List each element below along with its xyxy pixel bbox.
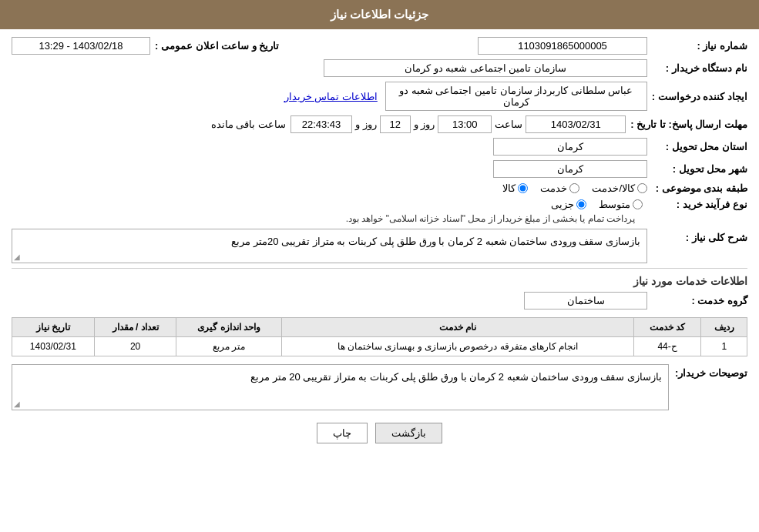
need-number-row: شماره نیاز : 1103091865000005 تاریخ و سا…	[12, 37, 747, 55]
category-kala-khadamat-radio[interactable]	[637, 183, 647, 193]
city-value: کرمان	[493, 160, 647, 178]
buyer-notes-section: توصیحات خریدار: بازسازی سقف ورودی ساختما…	[12, 364, 747, 410]
col-unit: واحد اندازه گیری	[176, 318, 282, 337]
category-khadamat[interactable]: خدمت	[540, 182, 579, 194]
col-row-num: ردیف	[701, 318, 747, 337]
services-section: ردیف کد خدمت نام خدمت واحد اندازه گیری ت…	[12, 317, 747, 356]
time-label-static: ساعت	[495, 119, 522, 130]
need-description-row: شرح کلی نیاز : بازسازی سقف ورودی ساختمان…	[12, 229, 747, 263]
need-description-value: بازسازی سقف ورودی ساختمان شعبه 2 کرمان ب…	[231, 236, 640, 247]
main-content: شماره نیاز : 1103091865000005 تاریخ و سا…	[0, 29, 759, 459]
col-service-name: نام خدمت	[282, 318, 634, 337]
purchase-type-label: نوع فرآیند خرید :	[647, 199, 747, 210]
days-label: روز و	[414, 119, 435, 130]
page-container: جزئیات اطلاعات نیاز شماره نیاز : 1103091…	[0, 0, 759, 532]
announce-date-value: 1403/02/18 - 13:29	[12, 37, 150, 55]
city-label: شهر محل تحویل :	[647, 163, 747, 175]
city-row: شهر محل تحویل : کرمان	[12, 160, 747, 178]
category-row: طبقه بندی موضوعی : کالا/خدمت خدمت کالا	[12, 182, 747, 194]
remaining-label: ساعت باقی مانده	[211, 119, 286, 130]
announce-date-label: تاریخ و ساعت اعلان عمومی :	[155, 40, 279, 52]
service-group-label: گروه خدمت :	[647, 295, 747, 306]
page-header: جزئیات اطلاعات نیاز	[0, 0, 759, 29]
purchase-jozee-radio[interactable]	[576, 199, 586, 209]
need-number-value: 1103091865000005	[478, 37, 647, 55]
category-kala-radio[interactable]	[518, 183, 528, 193]
need-date: 1403/02/31	[12, 337, 95, 356]
deadline-days: 12	[380, 115, 411, 133]
unit: متر مربع	[176, 337, 282, 356]
services-table-body: 1 ح-44 انجام کارهای متفرقه درخصوص بازساز…	[12, 337, 747, 356]
service-code: ح-44	[633, 337, 701, 356]
services-section-title: اطلاعات خدمات مورد نیاز	[12, 268, 747, 287]
purchase-mottavaset-label: متوسط	[599, 199, 630, 210]
notes-layout: توصیحات خریدار: بازسازی سقف ورودی ساختما…	[12, 364, 747, 410]
page-title: جزئیات اطلاعات نیاز	[331, 8, 428, 21]
col-service-code: کد خدمت	[633, 318, 701, 337]
buttons-row: بازگشت چاپ	[12, 423, 747, 443]
category-radio-group: کالا/خدمت خدمت کالا	[502, 182, 647, 194]
deadline-row: مهلت ارسال پاسخ: تا تاریخ : 1403/02/31 س…	[12, 115, 747, 133]
category-kala-khadamat-label: کالا/خدمت	[592, 182, 635, 194]
creator-value: عباس سلطانی کاربرداز سازمان تامین اجتماع…	[385, 82, 647, 111]
col-quantity: تعداد / مقدار	[94, 318, 176, 337]
service-group-value: ساختمان	[524, 292, 647, 309]
purchase-jozee-label: جزیی	[551, 199, 574, 210]
purchase-mottavaset-radio[interactable]	[633, 199, 643, 209]
row-num: 1	[701, 337, 747, 356]
services-table-header: ردیف کد خدمت نام خدمت واحد اندازه گیری ت…	[12, 318, 747, 337]
category-kala-label: کالا	[502, 182, 516, 194]
deadline-remaining: 22:43:43	[291, 115, 352, 133]
deadline-time: 13:00	[438, 115, 492, 133]
buyer-org-row: نام دستگاه خریدار : سازمان تامین اجتماعی…	[12, 59, 747, 77]
need-description-box: بازسازی سقف ورودی ساختمان شعبه 2 کرمان ب…	[12, 229, 647, 263]
province-row: استان محل تحویل : کرمان	[12, 138, 747, 156]
creator-label: ایجاد کننده درخواست :	[647, 91, 747, 102]
province-label: استان محل تحویل :	[647, 141, 747, 152]
purchase-mottavaset[interactable]: متوسط	[599, 199, 643, 210]
quantity: 20	[94, 337, 176, 356]
service-group-row: گروه خدمت : ساختمان	[12, 292, 747, 309]
back-button[interactable]: بازگشت	[375, 423, 442, 443]
deadline-label: مهلت ارسال پاسخ: تا تاریخ :	[626, 119, 747, 130]
days-static: روز و	[355, 119, 377, 130]
province-value: کرمان	[493, 138, 647, 156]
services-table: ردیف کد خدمت نام خدمت واحد اندازه گیری ت…	[12, 317, 747, 356]
purchase-type-row: نوع فرآیند خرید : متوسط جزیی پرداخت تمام…	[12, 199, 747, 224]
need-number-label: شماره نیاز :	[647, 40, 747, 52]
creator-row: ایجاد کننده درخواست : عباس سلطانی کاربرد…	[12, 82, 747, 111]
category-khadamat-radio[interactable]	[569, 183, 579, 193]
purchase-jozee[interactable]: جزیی	[551, 199, 586, 210]
buyer-org-label: نام دستگاه خریدار :	[647, 62, 747, 74]
category-kala[interactable]: کالا	[502, 182, 528, 194]
purchase-type-radio-group: متوسط جزیی	[346, 199, 643, 210]
buyer-notes-box: بازسازی سقف ورودی ساختمان شعبه 2 کرمان ب…	[12, 364, 669, 410]
service-name: انجام کارهای متفرقه درخصوص بازسازی و بهس…	[282, 337, 634, 356]
col-date: تاریخ نیاز	[12, 318, 95, 337]
table-row: 1 ح-44 انجام کارهای متفرقه درخصوص بازساز…	[12, 337, 747, 356]
services-header-row: ردیف کد خدمت نام خدمت واحد اندازه گیری ت…	[12, 318, 747, 337]
category-kala-khadamat[interactable]: کالا/خدمت	[592, 182, 647, 194]
purchase-type-note: پرداخت تمام یا بخشی از مبلغ خریدار از مح…	[346, 213, 635, 224]
need-description-label: شرح کلی نیاز :	[647, 229, 747, 243]
print-button[interactable]: چاپ	[317, 423, 368, 443]
buyer-notes-value: بازسازی سقف ورودی ساختمان شعبه 2 کرمان ب…	[250, 371, 662, 383]
buyer-org-value: سازمان تامین اجتماعی شعبه دو کرمان	[324, 59, 647, 77]
buyer-notes-label: توصیحات خریدار:	[675, 364, 747, 379]
category-khadamat-label: خدمت	[540, 182, 567, 194]
category-label: طبقه بندی موضوعی :	[647, 182, 747, 194]
deadline-date: 1403/02/31	[526, 115, 626, 133]
creator-link[interactable]: اطلاعات تماس خریدار	[284, 91, 378, 102]
